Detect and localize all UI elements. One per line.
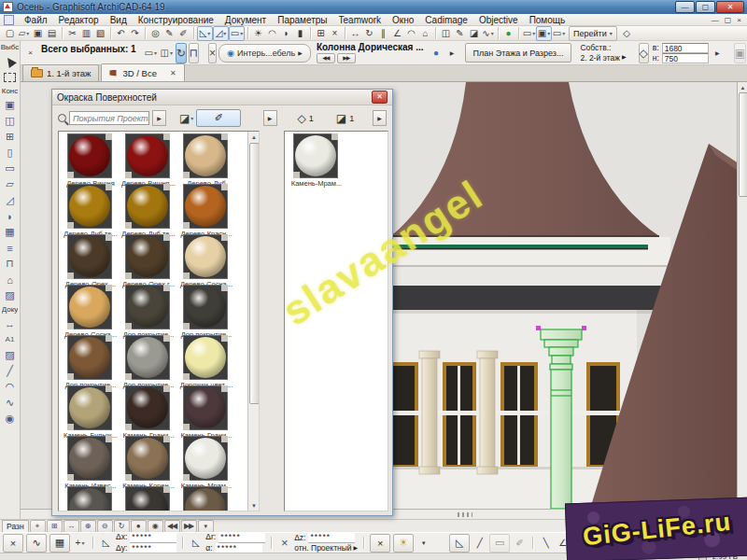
cancel-operation-button[interactable] <box>208 43 217 63</box>
mirror-icon[interactable] <box>376 27 390 40</box>
tracker-toggle-button[interactable] <box>3 534 23 553</box>
redo-icon[interactable] <box>128 27 142 40</box>
material-item[interactable]: Дор покрытие... <box>120 335 176 387</box>
object-tool[interactable] <box>2 256 19 272</box>
material-item[interactable]: Дор покрытие... <box>120 285 176 337</box>
gravity-icon[interactable] <box>213 26 229 41</box>
copy-icon[interactable] <box>79 27 93 40</box>
deselect-icon[interactable] <box>23 47 37 60</box>
open-icon[interactable] <box>17 27 31 40</box>
material-item[interactable] <box>120 486 176 511</box>
beam-tool[interactable] <box>2 161 19 176</box>
menu-teamwork[interactable]: Teamwork <box>339 15 382 25</box>
grid-icon[interactable] <box>314 27 328 40</box>
wall-tool[interactable] <box>2 97 19 113</box>
material-item[interactable]: Дерево-Вишня <box>63 133 119 186</box>
dim-cube-1-icon[interactable] <box>734 43 746 63</box>
story-popup-icon[interactable] <box>622 54 627 62</box>
door-tool[interactable] <box>2 113 19 129</box>
favorites-button[interactable]: Интерь...ебель <box>218 44 311 63</box>
left-panel-more-icon[interactable] <box>263 110 277 126</box>
shell-icon[interactable] <box>279 27 293 40</box>
material-item[interactable]: Камень-Булыж... <box>63 385 119 438</box>
solid-ops-icon[interactable] <box>293 27 307 40</box>
marquee-tool[interactable] <box>2 69 19 85</box>
menu-window[interactable]: Окно <box>392 15 414 25</box>
material-item[interactable] <box>178 486 234 511</box>
fill-tool[interactable] <box>2 347 19 363</box>
align-icon[interactable] <box>439 27 453 40</box>
menu-file[interactable]: Файл <box>24 15 48 25</box>
explore-icon[interactable] <box>131 520 147 533</box>
sun-dropdown-icon[interactable] <box>416 537 430 550</box>
column-tool[interactable] <box>2 145 19 161</box>
menu-document[interactable]: Документ <box>225 15 266 25</box>
text-tool[interactable]: А1 <box>2 331 19 347</box>
material-item[interactable]: Дерево-Сосна... <box>178 234 234 287</box>
height-top-field[interactable]: 1680 <box>662 43 709 53</box>
pick-parameters-icon[interactable] <box>162 27 176 40</box>
material-item[interactable]: Дерево-Орех г... <box>120 234 176 287</box>
menu-edit[interactable]: Редактор <box>59 15 99 25</box>
dialog-close-button[interactable]: ✕ <box>372 91 388 104</box>
dialog-title-bar[interactable]: Окраска Поверхностей ✕ <box>52 90 392 105</box>
menu-objective[interactable]: Objective <box>479 15 518 25</box>
save-icon[interactable] <box>31 27 45 40</box>
plan-section-button[interactable]: План Этажа и Разрез... <box>465 43 572 63</box>
material-item[interactable]: Дерево-Дуб те... <box>63 184 119 236</box>
spline-tool[interactable] <box>2 395 19 411</box>
applied-material-list[interactable]: Камень-Мрам... <box>284 131 388 511</box>
surface-paint-dialog[interactable]: Окраска Поверхностей ✕ Покрытия Проекта … <box>51 89 393 516</box>
filter-popup-icon[interactable] <box>152 110 166 126</box>
cut-icon[interactable] <box>65 27 79 40</box>
fill-pen-button[interactable] <box>489 534 510 553</box>
grid-snap-button[interactable] <box>49 534 70 553</box>
material-item[interactable]: Дорожки-цвет ... <box>178 335 234 387</box>
material-item[interactable]: Дерево-Сосна... <box>63 285 119 337</box>
angle-icon[interactable] <box>390 27 404 40</box>
new-icon[interactable] <box>3 27 17 40</box>
height-more-icon[interactable] <box>711 47 725 60</box>
window-tool[interactable] <box>2 129 19 145</box>
relative-popup-icon[interactable] <box>354 545 359 553</box>
viewport-vertical-scrollbar[interactable]: ▲ ▼ <box>737 82 747 509</box>
orbit-mode-button[interactable] <box>176 43 187 63</box>
arrow-mode-icon[interactable] <box>144 47 158 60</box>
material-filter-combo[interactable]: Покрытия Проекта <box>69 111 149 125</box>
dr-field[interactable]: ***** <box>218 532 265 543</box>
next-element-button[interactable] <box>337 53 356 63</box>
catalog-scrollbar[interactable]: ▲ ▼ <box>247 132 259 511</box>
sun-settings-button[interactable] <box>393 534 414 553</box>
doc-minimize-icon[interactable]: — <box>712 16 719 24</box>
material-item[interactable]: Дерево-Красн... <box>178 184 234 236</box>
material-item[interactable]: Дерево-Дуб <box>178 133 234 186</box>
paint-mode-icon[interactable] <box>179 112 193 125</box>
inject-parameters-icon[interactable] <box>176 27 190 40</box>
marquee-mode-icon[interactable] <box>160 47 174 60</box>
zoom-in-icon[interactable] <box>80 520 96 533</box>
magic-wand-icon[interactable] <box>481 27 495 40</box>
annotate-icon[interactable] <box>453 27 467 40</box>
dx-field[interactable]: ***** <box>130 532 176 543</box>
slash-tool-icon[interactable] <box>472 537 486 550</box>
close-button[interactable]: ✕ <box>716 1 744 13</box>
pen-tool-icon[interactable] <box>513 537 527 550</box>
render-icon[interactable] <box>467 27 481 40</box>
shell-tool[interactable] <box>2 208 19 224</box>
minimize-button[interactable]: — <box>675 1 695 13</box>
view-preset-1-icon[interactable] <box>522 27 536 40</box>
find-select-icon[interactable] <box>148 27 162 40</box>
view-preset-2-icon[interactable] <box>536 26 552 41</box>
sun-shadow-icon[interactable] <box>251 27 265 40</box>
pan-icon[interactable] <box>63 520 79 533</box>
furniture-tool-button[interactable] <box>189 43 199 63</box>
search-icon[interactable] <box>58 114 66 122</box>
guide-lines-icon[interactable] <box>197 26 213 41</box>
look-to-icon[interactable] <box>148 520 163 533</box>
eyedropper-button[interactable] <box>196 109 241 127</box>
doc-restore-icon[interactable]: ▢ <box>725 16 732 24</box>
zoom-box-icon[interactable] <box>47 520 63 533</box>
view-preset-3-icon[interactable] <box>552 27 566 40</box>
material-item[interactable]: Дерево-Дуб те... <box>120 184 176 236</box>
line-tool[interactable] <box>2 363 19 379</box>
